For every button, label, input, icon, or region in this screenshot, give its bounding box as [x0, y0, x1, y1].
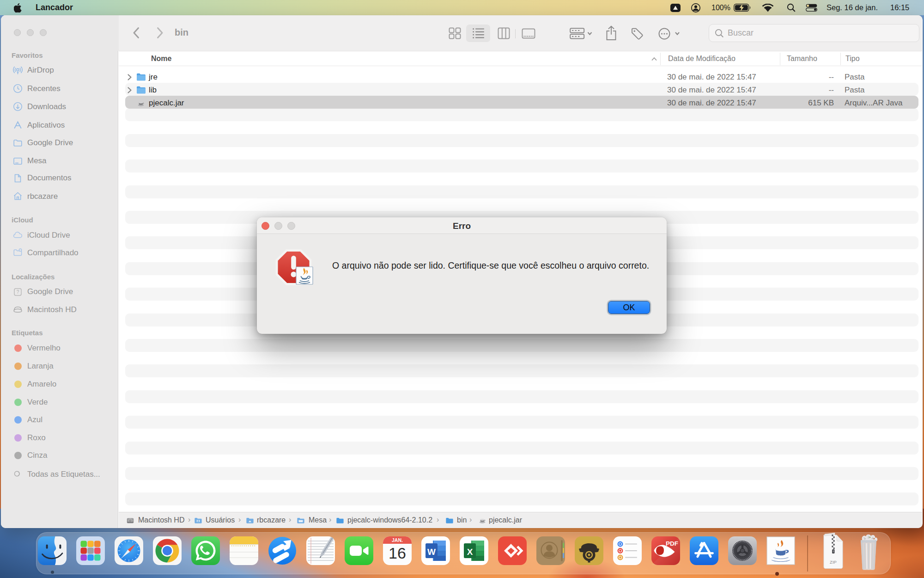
- svg-text:JAN.: JAN.: [392, 537, 403, 543]
- svg-text:W: W: [427, 547, 436, 557]
- svg-text:?: ?: [17, 289, 19, 295]
- svg-text:PDF: PDF: [666, 540, 678, 547]
- svg-text:ZIP: ZIP: [830, 560, 837, 565]
- svg-text:X: X: [467, 547, 473, 557]
- svg-text:16: 16: [389, 544, 406, 562]
